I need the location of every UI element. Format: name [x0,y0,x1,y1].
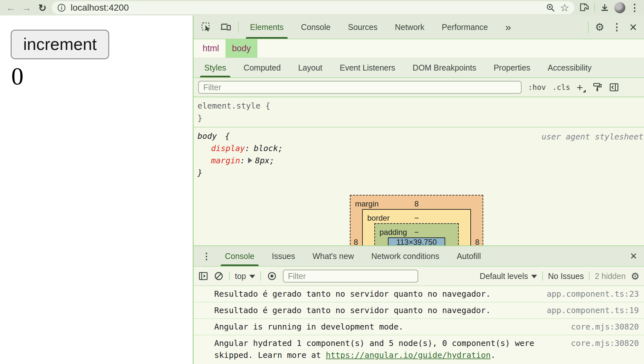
dom-breadcrumbs: html body [194,39,644,58]
console-settings-gear-icon[interactable]: ⚙ [631,271,639,282]
element-style-rule[interactable]: element.style { } [194,97,644,128]
drawer-tab-console[interactable]: Console [216,246,263,266]
context-selector[interactable]: top [235,272,255,281]
browser-menu-icon[interactable]: ⋮ [630,3,639,13]
drawer-menu-icon[interactable]: ⋮ [197,246,216,266]
settings-gear-icon[interactable]: ⚙ [591,15,608,39]
tabbar-divider [238,21,239,33]
profile-avatar[interactable] [614,2,625,13]
increment-button[interactable]: increment [11,30,109,59]
tab-layout[interactable]: Layout [289,58,331,77]
tab-console[interactable]: Console [292,15,339,39]
url-text: localhost:4200 [71,3,129,13]
zoom-page-icon[interactable] [546,3,555,13]
site-info-icon[interactable] [57,3,66,12]
border-top-value[interactable]: − [363,212,470,224]
devtools-panel: Elements Console Sources Network Perform… [194,15,644,364]
downloads-icon[interactable] [600,3,610,13]
pseudo-state-toggle[interactable]: :hov [528,83,546,91]
box-model-content[interactable]: 113×39.750 [388,237,445,245]
console-messages: Resultado é gerado tanto no servidor qua… [194,286,644,364]
inspect-element-icon[interactable] [197,15,216,39]
console-message[interactable]: Angular is running in development mode. … [194,319,644,335]
box-model-border[interactable]: border − padding − 113×39.750 [362,209,471,245]
console-sidebar-icon[interactable] [198,271,208,281]
tab-accessibility[interactable]: Accessibility [539,58,600,77]
breadcrumb-html[interactable]: html [196,39,226,58]
tab-performance[interactable]: Performance [433,15,496,39]
css-declaration-display[interactable]: display:block; [197,142,640,155]
device-toolbar-icon[interactable] [216,15,235,39]
styles-pane: element.style { } body { user agent styl… [194,97,644,245]
caret-down-icon [249,275,255,278]
reload-icon[interactable]: ↻ [36,1,49,14]
browser-window: ← → ↻ localhost:4200 ☆ ⋮ [0,0,644,364]
main-area: increment 0 Elements Console Sources Net… [0,15,644,364]
tab-elements[interactable]: Elements [241,15,292,39]
live-expression-eye-icon[interactable] [266,271,278,281]
console-message[interactable]: Resultado é gerado tanto no servidor qua… [194,286,644,302]
issues-counter[interactable]: No Issues [548,272,584,281]
box-model-margin[interactable]: margin 8 8 8 border − padding − 113×39.7… [350,195,483,245]
css-declaration-margin[interactable]: margin:8px; [197,155,640,167]
user-agent-rule[interactable]: body { user agent stylesheet display:blo… [194,128,644,182]
tab-network[interactable]: Network [386,15,433,39]
devtools-menu-icon[interactable]: ⋮ [608,15,626,39]
css-selector: body [197,131,217,141]
devtools-close-icon[interactable]: × [626,15,641,39]
hidden-messages-count[interactable]: 2 hidden [595,272,626,281]
hydration-guide-link[interactable]: https://angular.io/guide/hydration [326,350,491,360]
tab-event-listeners[interactable]: Event Listeners [331,58,404,77]
source-link[interactable]: core.mjs:30820 [571,321,639,333]
class-toggle[interactable]: .cls [552,83,570,91]
clear-console-icon[interactable] [214,271,224,281]
tab-computed[interactable]: Computed [235,58,289,77]
log-levels-selector[interactable]: Default levels [480,272,537,281]
console-drawer: ⋮ Console Issues What's new Network cond… [194,245,644,364]
expand-arrow-icon[interactable] [248,158,252,163]
caret-down-icon [531,275,537,278]
console-toolbar: top Default levels No Issues 2 hidden ⚙ [194,267,644,286]
box-model-diagram[interactable]: margin 8 8 8 border − padding − 113×39.7… [350,195,483,245]
margin-top-value[interactable]: 8 [351,198,483,210]
console-message[interactable]: Angular hydrated 1 component(s) and 5 no… [194,335,644,363]
toolbar-divider [594,4,595,12]
styles-filterbar: :hov .cls + [194,78,644,97]
rendered-page: increment 0 [0,15,194,364]
margin-right-value[interactable]: 8 [475,236,479,245]
content-size: 113×39.750 [396,236,437,245]
tabbar-divider-right [588,21,589,33]
address-bar[interactable]: localhost:4200 ☆ [52,1,574,14]
more-tabs-icon[interactable]: » [496,15,520,39]
source-link[interactable]: core.mjs:30820 [571,337,639,349]
drawer-close-icon[interactable]: × [626,246,641,266]
devtools-tabbar: Elements Console Sources Network Perform… [194,15,644,39]
console-filter-input[interactable] [283,270,418,283]
drawer-tab-issues[interactable]: Issues [263,246,304,266]
styles-filter-input[interactable] [198,81,522,94]
tab-sources[interactable]: Sources [339,15,386,39]
breadcrumb-body[interactable]: body [226,39,257,58]
back-icon[interactable]: ← [5,1,17,14]
css-selector: element.style [197,101,261,110]
margin-left-value[interactable]: 8 [354,236,358,245]
box-model-padding[interactable]: padding − 113×39.750 [374,223,459,245]
console-message[interactable]: Resultado é gerado tanto no servidor qua… [194,302,644,319]
tab-properties[interactable]: Properties [485,58,539,77]
extensions-puzzle-icon[interactable] [580,3,590,13]
drawer-tab-autofill[interactable]: Autofill [448,246,490,266]
source-link[interactable]: app.component.ts:19 [547,304,639,316]
drawer-tab-network-conditions[interactable]: Network conditions [362,246,448,266]
browser-toolbar: ← → ↻ localhost:4200 ☆ ⋮ [0,0,644,15]
forward-icon[interactable]: → [20,1,33,14]
stylesheet-origin: user agent stylesheet [542,131,643,143]
tab-dom-breakpoints[interactable]: DOM Breakpoints [404,58,485,77]
drawer-tab-whats-new[interactable]: What's new [304,246,362,266]
bookmark-star-icon[interactable]: ☆ [560,2,569,14]
source-link[interactable]: app.component.ts:23 [547,288,639,300]
new-style-rule-button[interactable]: + [577,81,586,94]
tab-styles[interactable]: Styles [196,58,235,77]
collapse-pane-icon[interactable] [609,82,619,92]
rendering-paint-icon[interactable] [592,82,602,92]
counter-value: 0 [11,64,193,88]
